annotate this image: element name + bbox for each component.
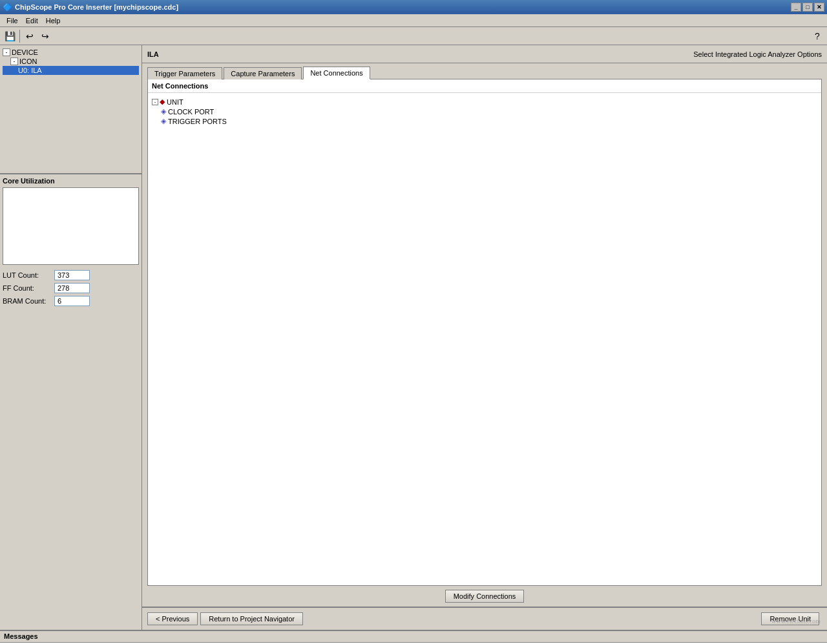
app-icon: 🔷 xyxy=(3,3,12,12)
left-panel: - DEVICE - ICON U0: ILA Core Utilization… xyxy=(0,45,142,630)
close-button[interactable]: ✕ xyxy=(814,3,824,12)
device-label: DEVICE xyxy=(12,48,38,56)
ila-description: Select Integrated Logic Analyzer Options xyxy=(693,50,822,58)
net-tree-trigger-ports[interactable]: ◈ TRIGGER PORTS xyxy=(152,116,817,126)
menu-file[interactable]: File xyxy=(3,16,22,26)
main-layout: - DEVICE - ICON U0: ILA Core Utilization… xyxy=(0,45,827,630)
messages-header: Messages xyxy=(0,631,827,643)
bram-label: BRAM Count: xyxy=(3,297,54,305)
tab-trigger[interactable]: Trigger Parameters xyxy=(147,67,222,79)
content-area: Net Connections - ◆ UNIT ◈ CLOCK PORT ◈ … xyxy=(147,79,822,586)
tab-bar: Trigger Parameters Capture Parameters Ne… xyxy=(142,63,827,79)
minimize-button[interactable]: _ xyxy=(791,3,801,12)
tree-section: - DEVICE - ICON U0: ILA xyxy=(0,45,141,174)
forward-button[interactable]: ↪ xyxy=(38,29,52,43)
clock-port-label: CLOCK PORT xyxy=(168,108,214,116)
tree-icon[interactable]: - ICON xyxy=(3,57,139,66)
unit-label: UNIT xyxy=(167,98,183,106)
bram-value: 6 xyxy=(54,296,90,306)
icon-label: ICON xyxy=(19,57,37,65)
tree-u0[interactable]: U0: ILA xyxy=(3,66,139,75)
ila-header: ILA Select Integrated Logic Analyzer Opt… xyxy=(142,45,827,63)
u0-label: U0: ILA xyxy=(18,67,42,74)
forward-icon: ↪ xyxy=(41,31,49,41)
previous-button[interactable]: < Previous xyxy=(147,612,198,625)
lut-row: LUT Count: 373 xyxy=(3,270,139,280)
tab-net-connections[interactable]: Net Connections xyxy=(303,67,370,79)
maximize-button[interactable]: □ xyxy=(802,3,813,12)
ff-value: 278 xyxy=(54,283,90,293)
modify-connections-button[interactable]: Modify Connections xyxy=(445,590,525,603)
clock-port-icon: ◈ xyxy=(161,107,166,116)
messages-panel: Messages Loading CDC project D:\myFPGA\m… xyxy=(0,630,827,644)
action-bar: Modify Connections xyxy=(142,586,827,607)
trigger-ports-label: TRIGGER PORTS xyxy=(168,118,227,125)
right-panel: ILA Select Integrated Logic Analyzer Opt… xyxy=(142,45,827,630)
menu-edit[interactable]: Edit xyxy=(22,16,42,26)
device-expand-icon[interactable]: - xyxy=(3,48,10,56)
help-icon: ? xyxy=(815,31,820,41)
help-button[interactable]: ? xyxy=(810,29,824,43)
nav-bar: < Previous Return to Project Navigator R… xyxy=(142,607,827,630)
save-button[interactable]: 💾 xyxy=(3,29,17,43)
return-to-navigator-button[interactable]: Return to Project Navigator xyxy=(200,612,303,625)
tree-device[interactable]: - DEVICE xyxy=(3,48,139,57)
ila-label: ILA xyxy=(147,50,159,58)
window-title: ChipScope Pro Core Inserter [mychipscope… xyxy=(15,3,178,11)
title-bar: 🔷 ChipScope Pro Core Inserter [mychipsco… xyxy=(0,0,827,14)
net-connections-tree: - ◆ UNIT ◈ CLOCK PORT ◈ TRIGGER PORTS xyxy=(148,93,821,130)
toolbar-separator xyxy=(19,30,20,43)
unit-expand-icon[interactable]: - xyxy=(152,99,158,105)
ff-label: FF Count: xyxy=(3,284,54,292)
net-tree-unit[interactable]: - ◆ UNIT xyxy=(152,97,817,107)
ff-row: FF Count: 278 xyxy=(3,283,139,293)
core-utilization-section: Core Utilization LUT Count: 373 FF Count… xyxy=(0,174,141,630)
utilization-chart xyxy=(3,187,139,265)
back-icon: ↩ xyxy=(26,31,34,41)
net-tree-clock-port[interactable]: ◈ CLOCK PORT xyxy=(152,107,817,116)
watermark: www.elecfans.com xyxy=(771,618,821,625)
core-utilization-title: Core Utilization xyxy=(3,177,139,185)
menu-bar: File Edit Help xyxy=(0,14,827,27)
save-icon: 💾 xyxy=(5,31,16,41)
icon-expand-icon[interactable]: - xyxy=(10,57,18,65)
lut-value: 373 xyxy=(54,270,90,280)
back-button[interactable]: ↩ xyxy=(23,29,37,43)
trigger-ports-icon: ◈ xyxy=(161,117,166,125)
bram-row: BRAM Count: 6 xyxy=(3,296,139,306)
menu-help[interactable]: Help xyxy=(42,16,65,26)
lut-label: LUT Count: xyxy=(3,271,54,279)
toolbar: 💾 ↩ ↪ ? xyxy=(0,27,827,45)
unit-icon: ◆ xyxy=(160,98,165,106)
net-connections-header: Net Connections xyxy=(148,79,821,93)
tab-capture[interactable]: Capture Parameters xyxy=(224,67,302,79)
